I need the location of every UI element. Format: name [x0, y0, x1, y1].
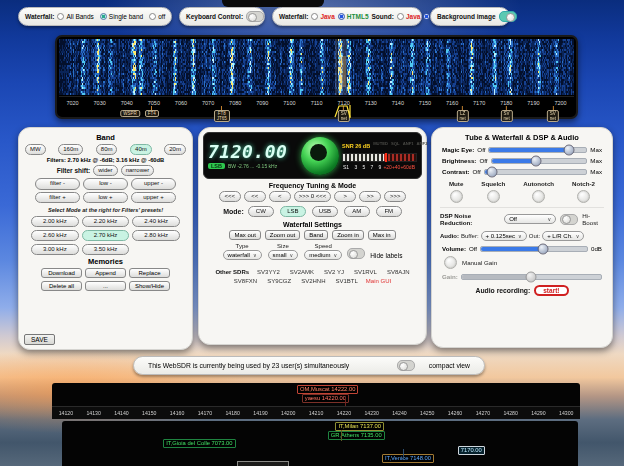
- filter-preset-button[interactable]: 3.00 kHz: [31, 244, 79, 255]
- mode-button[interactable]: LSB: [280, 206, 306, 217]
- waterfall-zoom-button[interactable]: Zoom in: [332, 230, 364, 240]
- waterfall-view-option[interactable]: off: [149, 13, 165, 20]
- band-label[interactable]: FT8 JT65: [214, 106, 230, 122]
- sdr-link[interactable]: SV2HNH: [301, 278, 325, 284]
- filter-preset-button[interactable]: 2.80 kHz: [132, 230, 180, 241]
- passband-marker-icon[interactable]: [334, 105, 354, 118]
- tuning-step-button[interactable]: >: [334, 191, 356, 202]
- band-button[interactable]: 80m: [96, 144, 118, 155]
- tuning-step-button[interactable]: <<: [244, 191, 266, 202]
- slider-thumb[interactable]: [537, 243, 548, 254]
- manual-gain-toggle[interactable]: [444, 256, 457, 269]
- waterfall-select[interactable]: medium ∨: [304, 250, 342, 260]
- band-strip-40m[interactable]: IT,Milan 7137.00GR,Athens 7135.00IT,Gioi…: [62, 421, 578, 466]
- memory-button[interactable]: Download: [41, 268, 82, 278]
- filter-adjust-button[interactable]: low +: [83, 192, 128, 203]
- station-label[interactable]: IT,Gioia del Colle 7073.00: [163, 439, 235, 448]
- slider-thumb[interactable]: [526, 271, 537, 282]
- filter-preset-button[interactable]: 2.40 kHz: [132, 216, 180, 227]
- band-button[interactable]: 20m: [164, 144, 186, 155]
- background-image-toggle[interactable]: [499, 11, 517, 22]
- save-button[interactable]: SAVE: [24, 334, 55, 345]
- slider-track[interactable]: [488, 147, 587, 153]
- waterfall-html5-radio[interactable]: HTML5: [338, 13, 369, 20]
- filter-shift-button[interactable]: wider: [93, 165, 117, 176]
- tuning-step-button[interactable]: >>>: [384, 191, 406, 202]
- mode-button[interactable]: FM: [376, 206, 402, 217]
- filter-preset-button[interactable]: 2.20 kHz: [82, 216, 130, 227]
- band-label[interactable]: WSPR: [120, 106, 140, 117]
- waterfall-spectrogram[interactable]: [59, 39, 574, 95]
- band-label[interactable]: SV net: [500, 106, 512, 122]
- round-toggle-button[interactable]: [577, 190, 590, 203]
- sdr-link[interactable]: SV2 YJ: [324, 269, 344, 275]
- slider-track[interactable]: [491, 158, 588, 164]
- waterfall-java-radio[interactable]: Java: [311, 13, 334, 20]
- station-label[interactable]: OM,Muscat 14222.00: [297, 385, 358, 394]
- mode-button[interactable]: AM: [344, 206, 370, 217]
- tuning-knob[interactable]: [301, 137, 339, 175]
- sound-java-radio[interactable]: Java: [397, 13, 420, 20]
- slider-thumb[interactable]: [486, 166, 497, 177]
- round-toggle-button[interactable]: [532, 190, 545, 203]
- record-start-button[interactable]: start!: [534, 285, 568, 296]
- round-toggle-button[interactable]: [487, 190, 500, 203]
- out-select[interactable]: + L/R Ch. ∨: [542, 231, 584, 241]
- gain-slider-track[interactable]: [461, 274, 602, 280]
- station-label[interactable]: 7170.00: [458, 446, 485, 455]
- memory-button[interactable]: Append: [85, 268, 126, 278]
- waterfall-select[interactable]: small ∨: [268, 250, 299, 260]
- slider-thumb[interactable]: [531, 155, 542, 166]
- tuning-step-button[interactable]: >>> 0 <<<: [294, 191, 332, 202]
- sdr-link[interactable]: SV1RVL: [354, 269, 377, 275]
- sdr-link[interactable]: SY9CGZ: [267, 278, 291, 284]
- station-label[interactable]: yaesu 14220.00: [302, 394, 349, 403]
- memory-button[interactable]: ...: [85, 281, 126, 291]
- band-label[interactable]: FT4: [145, 106, 159, 117]
- filter-preset-button[interactable]: 2.00 kHz: [31, 216, 79, 227]
- memory-button[interactable]: Replace: [129, 268, 170, 278]
- waterfall-view-option[interactable]: All Bands: [57, 13, 93, 20]
- keyboard-control-toggle[interactable]: [246, 11, 264, 22]
- band-button[interactable]: MW: [25, 144, 46, 155]
- station-label[interactable]: IT,Venice 7148.00: [382, 454, 434, 463]
- sdr-link[interactable]: SV3YY2: [257, 269, 280, 275]
- noise-reduction-select[interactable]: Off ∨: [504, 214, 556, 224]
- memory-button[interactable]: Show/Hide: [129, 281, 170, 291]
- filter-preset-button[interactable]: 2.60 kHz: [31, 230, 79, 241]
- band-strip-20m[interactable]: OM,Muscat 14222.00yaesu 14220.00 1412014…: [52, 383, 580, 419]
- hi-boost-toggle[interactable]: [560, 214, 578, 225]
- tuning-step-button[interactable]: >>: [359, 191, 381, 202]
- waterfall-zoom-button[interactable]: Max in: [368, 230, 396, 240]
- filter-adjust-button[interactable]: filter +: [35, 192, 80, 203]
- waterfall-zoom-button[interactable]: Max out: [229, 230, 260, 240]
- sdr-link[interactable]: SV8FXN: [234, 278, 257, 284]
- band-label[interactable]: SV net: [547, 106, 559, 122]
- station-label[interactable]: IT,Milan 7137.00: [335, 422, 384, 431]
- round-toggle-button[interactable]: [450, 190, 463, 203]
- compact-view-toggle[interactable]: [397, 360, 415, 371]
- station-label[interactable]: GR,Athens 7135.00: [328, 431, 385, 440]
- volume-slider-track[interactable]: [480, 246, 588, 252]
- tuning-step-button[interactable]: <<<: [219, 191, 241, 202]
- filter-shift-button[interactable]: narrower: [121, 165, 155, 176]
- slider-track[interactable]: [484, 169, 588, 175]
- sdr-link[interactable]: SV1BTL: [336, 278, 358, 284]
- filter-adjust-button[interactable]: low -: [83, 178, 128, 189]
- filter-preset-button[interactable]: 2.70 kHz: [82, 230, 130, 241]
- filter-preset-button[interactable]: 3.50 kHz: [82, 244, 130, 255]
- tuning-step-button[interactable]: <: [269, 191, 291, 202]
- filter-adjust-button[interactable]: upper -: [131, 178, 176, 189]
- sdr-link[interactable]: SV2AMK: [290, 269, 314, 275]
- buffer-select[interactable]: + 0.125sec ∨: [481, 231, 527, 241]
- slider-thumb[interactable]: [563, 144, 574, 155]
- band-label[interactable]: LZ net: [457, 106, 469, 122]
- waterfall-zoom-button[interactable]: Band: [304, 230, 328, 240]
- mode-button[interactable]: CW: [248, 206, 274, 217]
- main-gui-link[interactable]: Main GUI: [366, 278, 391, 284]
- waterfall-zoom-button[interactable]: Zoom out: [265, 230, 300, 240]
- memory-button[interactable]: Delete all: [41, 281, 82, 291]
- waterfall-select[interactable]: waterfall ∨: [223, 250, 262, 260]
- hide-labels-toggle[interactable]: [347, 248, 365, 259]
- band-button[interactable]: 160m: [58, 144, 83, 155]
